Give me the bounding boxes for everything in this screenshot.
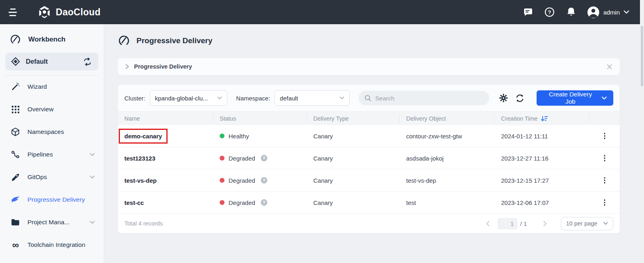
breadcrumb: Progressive Delivery [118,58,620,75]
table-row[interactable]: demo-canary Healthy Canary contour-zxw-t… [118,125,620,147]
status-help-icon[interactable]: ? [261,155,267,161]
page-number-input[interactable] [498,218,517,229]
job-name-cell[interactable]: test123123 [118,155,213,162]
delivery-object-cell: asdsada-jokoj [400,155,495,162]
sidebar-item-toolchain-integration[interactable]: ∞ Toolchain Integration [0,234,104,256]
rocket-icon [10,173,20,182]
status-help-icon[interactable]: ? [261,199,267,206]
column-header-name[interactable]: Name [118,115,213,123]
search-icon [364,94,371,102]
sidebar-item-namespaces[interactable]: Namespaces [0,121,104,143]
creation-time-cell: 2024-01-12 11:11 [495,133,589,140]
daocloud-logo-icon [37,6,52,19]
delivery-object-cell: contour-zxw-test-gtw [400,133,495,140]
per-page-select[interactable]: 10 per page [561,217,613,230]
status-help-icon[interactable]: ? [261,177,267,184]
username: admin [603,9,620,16]
scrollbar[interactable] [640,0,644,263]
next-page-icon[interactable] [541,219,549,228]
chat-icon[interactable] [523,7,533,17]
table-row[interactable]: test123123 Degraded ? Canary asdsada-jok… [118,147,620,169]
column-header-actions [589,115,620,123]
help-icon[interactable]: ? [544,7,555,17]
sidebar-item-workbench[interactable]: Workbench [0,32,104,47]
row-actions-kebab-icon[interactable] [601,175,609,185]
sidebar-item-project-management[interactable]: Project Mana... [0,211,104,234]
close-icon[interactable] [606,64,613,70]
infinity-icon: ∞ [10,240,20,250]
delivery-type-cell: Canary [307,133,400,140]
top-header-bar: DaoCloud ? [0,0,644,24]
status-label: Degraded [229,177,255,184]
create-delivery-job-button[interactable]: Create Delivery Job [537,90,613,106]
status-dot [220,200,224,205]
sidebar: Workbench Default [0,24,104,263]
column-header-status[interactable]: Status [213,115,307,123]
pagination: / 1 10 per page [484,217,613,230]
chevron-down-icon [623,10,629,14]
filter-toolbar: Cluster: kpanda-global-clu... Namespace:… [118,85,620,111]
row-actions-kebab-icon[interactable] [601,198,609,207]
page-count: / 1 [520,220,527,227]
status-dot [220,134,224,138]
total-records: Total 4 records [124,220,163,227]
sidebar-item-overview[interactable]: Overview [0,98,104,121]
table-footer: Total 4 records / 1 10 per page [118,214,620,233]
sidebar-workbench-label: Workbench [28,35,65,44]
chevron-down-icon [213,96,222,100]
sidebar-item-gitops[interactable]: GitOps [0,166,104,188]
chevron-right-icon [125,64,129,69]
creation-time-cell: 2023-12-06 17:07 [495,199,589,206]
status-label: Degraded [229,199,255,206]
column-header-creation-time[interactable]: Creation Time [495,115,589,123]
row-actions-kebab-icon[interactable] [601,131,609,141]
status-dot [220,178,224,183]
table-row[interactable]: test-vs-dep Degraded ? Canary test-vs-de… [118,169,620,192]
grid-dots-icon [10,105,20,114]
scrollbar-thumb[interactable] [641,26,643,86]
status-cell: Degraded ? [213,177,307,184]
column-header-delivery-type[interactable]: Delivery Type [307,115,400,123]
row-actions-kebab-icon[interactable] [601,153,609,163]
search-input[interactable] [375,95,483,102]
breadcrumb-item[interactable]: Progressive Delivery [134,63,192,70]
table-row[interactable]: test-cc Degraded ? Canary test 2023-12-0… [118,192,620,214]
brand[interactable]: DaoCloud [37,6,101,19]
folder-icon [10,218,20,226]
column-header-delivery-object[interactable]: Delivery Object [400,115,495,123]
sidebar-item-default-workspace[interactable]: Default [5,52,99,71]
sidebar-item-progressive-delivery[interactable]: Progressive Delivery [0,188,104,211]
main-content: Progressive Delivery Progressive Deliver… [104,24,644,263]
chevron-down-icon [602,96,607,100]
search-box[interactable] [359,91,489,105]
table-settings-gear-icon[interactable] [499,94,508,102]
bird-icon [10,196,20,204]
namespace-select[interactable]: default [275,90,350,106]
delivery-object-cell: test [400,199,495,206]
cube-icon [10,127,20,136]
svg-text:?: ? [548,9,551,15]
switch-workspace-icon[interactable] [83,57,92,66]
status-dot [220,156,224,161]
previous-page-icon[interactable] [484,219,491,228]
notification-bell-icon[interactable] [566,7,576,17]
job-name-cell[interactable]: demo-canary [118,129,213,144]
cluster-select[interactable]: kpanda-global-clu... [150,90,227,106]
status-cell: Degraded ? [213,155,307,162]
delivery-type-cell: Canary [307,177,400,184]
delivery-type-cell: Canary [307,199,400,206]
job-name-cell[interactable]: test-vs-dep [118,177,213,184]
menu-icon[interactable] [8,7,20,17]
status-cell: Degraded ? [213,199,307,206]
chevron-down-icon [336,96,344,100]
job-name-cell[interactable]: test-cc [118,199,213,206]
table-header-row: Name Status Delivery Type Delivery Objec… [118,111,620,125]
sidebar-item-pipelines[interactable]: Pipelines [0,143,104,166]
creation-time-cell: 2023-12-15 17:27 [495,177,589,184]
sort-descending-icon[interactable] [541,115,548,122]
chevron-down-icon [90,175,95,179]
refresh-icon[interactable] [515,94,524,103]
sidebar-item-wizard[interactable]: Wizard [0,75,104,98]
user-menu[interactable]: admin [587,6,629,19]
creation-time-cell: 2023-12-27 11:16 [495,155,589,162]
